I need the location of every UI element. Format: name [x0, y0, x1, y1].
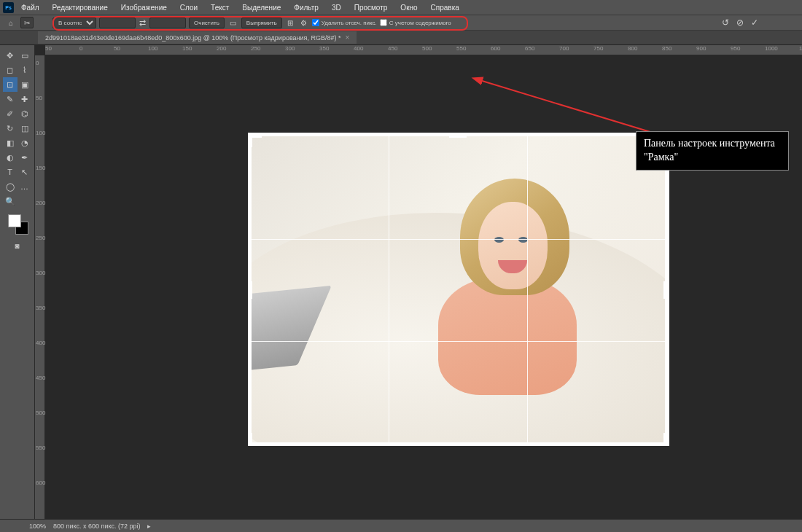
shape-tool-icon[interactable]: ◯ [3, 179, 17, 194]
crop-handle-tm[interactable] [449, 134, 467, 138]
healing-tool-icon[interactable]: ✚ [17, 92, 32, 106]
crop-handle-rm[interactable] [663, 281, 667, 299]
close-tab-icon[interactable]: × [345, 34, 349, 42]
crop-handle-br[interactable] [654, 442, 667, 446]
menu-image[interactable]: Изображение [115, 2, 173, 13]
history-brush-icon[interactable]: ↻ [3, 121, 17, 136]
canvas-area[interactable]: 5005010015020025030035040045050055060065… [35, 45, 802, 519]
vertical-ruler: 050100150200250300350400450500550600 [35, 55, 45, 519]
commit-crop-icon[interactable]: ✓ [751, 17, 758, 28]
clear-button[interactable]: Очистить [189, 17, 225, 28]
status-bar: 100% 800 пикс. x 600 пикс. (72 ppi) ▸ [0, 519, 802, 532]
gradient-tool-icon[interactable]: ◧ [3, 136, 17, 150]
path-select-icon[interactable]: ↖ [17, 165, 32, 179]
color-swatches[interactable] [7, 213, 28, 235]
frame-tool-icon[interactable]: ▣ [17, 77, 32, 92]
doc-info-chevron-icon[interactable]: ▸ [147, 523, 151, 530]
crop-options-gear-icon[interactable]: ⚙ [298, 19, 309, 27]
eraser-tool-icon[interactable]: ◫ [17, 121, 32, 136]
crop-tool-icon[interactable]: ✂ [20, 17, 34, 28]
cancel-crop-icon[interactable]: ⊘ [736, 17, 744, 28]
toolbox: ✥▭ ◻⌇ ⊡▣ ✎✚ ✐⌬ ↻◫ ◧◔ ◐✒ T↖ ◯… 🔍 ◙ [0, 45, 35, 519]
menu-edit[interactable]: Редактирование [47, 2, 114, 13]
quick-mask-icon[interactable]: ◙ [15, 242, 19, 250]
swap-dimensions-icon[interactable]: ⇄ [139, 18, 147, 28]
pen-tool-icon[interactable]: ✒ [17, 150, 32, 165]
zoom-tool-icon[interactable]: 🔍 [3, 194, 17, 208]
crop-handle-bm[interactable] [449, 442, 467, 446]
horizontal-ruler: 5005010015020025030035040045050055060065… [45, 45, 802, 55]
document-tab-title: 2d991018ae31d43e0de169daa6b48ed0_800x600… [45, 34, 340, 42]
menu-3d[interactable]: 3D [326, 2, 347, 13]
type-tool-icon[interactable]: T [3, 165, 17, 179]
menu-view[interactable]: Просмотр [349, 2, 394, 13]
app-logo-icon: Ps [3, 2, 14, 13]
annotation-text: Панель настроек инструмента "Рамка" [644, 138, 775, 163]
straighten-icon[interactable]: ▭ [227, 19, 238, 27]
menu-filter[interactable]: Фильтр [288, 2, 324, 13]
annotation-callout: Панель настроек инструмента "Рамка" [636, 131, 789, 171]
options-bar: ⌂ ✂ В соотнош… ⇄ Очистить ▭ Выпрямить ⊞ … [0, 15, 802, 31]
crop-overlay[interactable] [250, 136, 666, 445]
move-tool-icon[interactable]: ✥ [3, 48, 17, 63]
lasso-tool-icon[interactable]: ⌇ [17, 63, 32, 77]
menu-help[interactable]: Справка [425, 2, 465, 13]
home-icon[interactable]: ⌂ [4, 17, 17, 28]
brush-tool-icon[interactable]: ✐ [3, 106, 17, 121]
document-tab-bar: 2d991018ae31d43e0de169daa6b48ed0_800x600… [0, 31, 802, 45]
crop-handle-tl[interactable] [249, 134, 262, 138]
artboard-tool-icon[interactable]: ▭ [17, 48, 32, 63]
zoom-level[interactable]: 100% [29, 523, 46, 530]
aspect-ratio-select[interactable]: В соотнош… [52, 17, 96, 28]
dodge-tool-icon[interactable]: ◐ [3, 150, 17, 165]
blur-tool-icon[interactable]: ◔ [17, 136, 32, 150]
delete-pixels-check[interactable]: Удалить отсеч. пикс. [312, 19, 377, 26]
crop-tool-active-icon[interactable]: ⊡ [3, 77, 17, 92]
edit-toolbar-icon[interactable] [17, 194, 32, 208]
crop-handle-bl[interactable] [249, 442, 262, 446]
hand-tool-icon[interactable]: … [17, 179, 32, 194]
crop-handle-lm[interactable] [249, 281, 252, 299]
menu-layers[interactable]: Слои [174, 2, 203, 13]
content-aware-check[interactable]: С учетом содержимого [380, 19, 451, 26]
reset-crop-icon[interactable]: ↺ [722, 17, 729, 28]
crop-height-input[interactable] [149, 17, 186, 28]
straighten-button[interactable]: Выпрямить [241, 17, 282, 28]
menu-file[interactable]: Файл [15, 2, 45, 13]
menu-window[interactable]: Окно [394, 2, 423, 13]
foreground-color-swatch[interactable] [8, 214, 21, 227]
menu-text[interactable]: Текст [205, 2, 235, 13]
menu-select[interactable]: Выделение [236, 2, 287, 13]
menu-bar: Ps Файл Редактирование Изображение Слои … [0, 0, 802, 15]
document-tab[interactable]: 2d991018ae31d43e0de169daa6b48ed0_800x600… [38, 31, 357, 44]
stamp-tool-icon[interactable]: ⌬ [17, 106, 32, 121]
eyedropper-tool-icon[interactable]: ✎ [3, 92, 17, 106]
marquee-tool-icon[interactable]: ◻ [3, 63, 17, 77]
crop-width-input[interactable] [99, 17, 136, 28]
overlay-grid-icon[interactable]: ⊞ [285, 19, 295, 27]
doc-info: 800 пикс. x 600 пикс. (72 ppi) [53, 523, 140, 530]
